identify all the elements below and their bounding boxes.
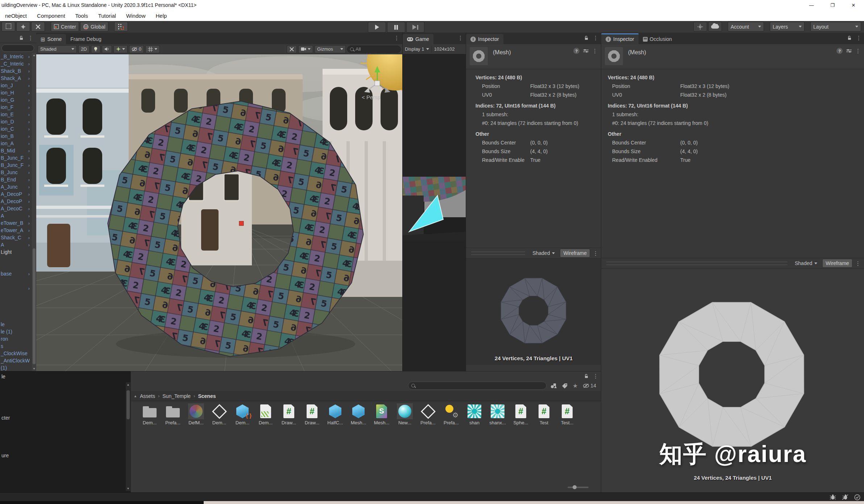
hierarchy-item[interactable]: _C_Interic › xyxy=(0,60,36,67)
preview-shading-dropdown[interactable]: Shaded xyxy=(793,259,819,267)
hierarchy-item[interactable]: B_Junc_F › xyxy=(0,161,36,169)
hierarchy-item[interactable]: _ClockWise xyxy=(0,350,36,357)
hierarchy-item[interactable] xyxy=(0,277,36,285)
status-check-icon[interactable] xyxy=(854,494,860,500)
kebab-menu-icon[interactable]: ⋮ xyxy=(593,35,598,41)
breadcrumb-assets[interactable]: Assets xyxy=(140,393,155,399)
scroll-down-icon[interactable]: ▼ xyxy=(32,367,36,370)
tab-inspector[interactable]: i Inspector xyxy=(601,34,639,44)
help-icon[interactable]: ? xyxy=(573,48,580,54)
hierarchy-item[interactable]: base › xyxy=(0,270,36,277)
hierarchy-item[interactable]: eTower_B › xyxy=(0,219,36,227)
expand-arrow-icon[interactable]: › xyxy=(28,90,30,96)
hierarchy-item[interactable] xyxy=(0,306,36,314)
step-button[interactable] xyxy=(406,22,424,33)
asset-item[interactable]: HalfC... xyxy=(324,402,347,425)
expand-arrow-icon[interactable]: › xyxy=(28,163,30,168)
expand-arrow-icon[interactable]: › xyxy=(28,148,30,154)
presets-icon[interactable] xyxy=(846,49,852,53)
hierarchy-item[interactable]: (1) xyxy=(0,364,36,371)
scroll-up-icon[interactable]: ▲ xyxy=(126,383,130,386)
hierarchy-item[interactable]: B_End › xyxy=(0,176,36,183)
hierarchy-item[interactable]: A_DecoP › xyxy=(0,198,36,205)
persp-label[interactable]: < Persp xyxy=(362,94,381,100)
wireframe-button[interactable]: Wireframe xyxy=(822,259,852,268)
hierarchy-item[interactable]: Shack_C › xyxy=(0,234,36,241)
layers-dropdown[interactable]: Layers xyxy=(770,22,805,32)
mesh-preview[interactable]: 知乎 @raiura 24 Vertices, 24 Triangles | U… xyxy=(601,269,864,492)
asset-item[interactable]: Test xyxy=(532,402,556,425)
hierarchy-item[interactable]: B_Mid › xyxy=(0,147,36,154)
hierarchy-item[interactable]: A › xyxy=(0,212,36,219)
expand-arrow-icon[interactable]: › xyxy=(28,213,30,219)
expand-arrow-icon[interactable]: › xyxy=(28,192,30,197)
expand-arrow-icon[interactable]: › xyxy=(28,68,30,74)
drag-handle[interactable] xyxy=(606,262,788,265)
kebab-menu-icon[interactable]: ⋮ xyxy=(394,35,399,41)
expand-arrow-icon[interactable]: › xyxy=(28,134,30,139)
expand-arrow-icon[interactable]: › xyxy=(28,61,30,67)
hierarchy-item[interactable]: ion_D › xyxy=(0,118,36,125)
tab-frame-debug[interactable]: Frame Debug xyxy=(66,34,106,44)
expand-arrow-icon[interactable]: › xyxy=(28,83,30,88)
hierarchy-item[interactable]: le (1) xyxy=(0,328,36,335)
expand-arrow-icon[interactable]: › xyxy=(28,206,30,211)
scroll-down-icon[interactable]: ▼ xyxy=(126,487,130,490)
tree-item[interactable]: cter xyxy=(1,415,10,421)
tab-inspector[interactable]: i Inspector xyxy=(466,34,503,44)
scene-viewport[interactable]: 2 3 4 7 5 6 xyxy=(36,54,402,371)
hierarchy-scrollbar[interactable]: ▲ ▼ xyxy=(32,53,36,371)
scrollbar-thumb[interactable] xyxy=(33,248,36,364)
hierarchy-item[interactable]: le xyxy=(0,321,36,328)
hierarchy-item[interactable]: ion_H › xyxy=(0,89,36,96)
expand-arrow-icon[interactable]: › xyxy=(28,126,30,132)
close-button[interactable]: ✕ xyxy=(843,0,864,10)
scene-camera-dropdown[interactable] xyxy=(298,45,313,53)
pivot-cube[interactable] xyxy=(239,221,244,226)
tab-game[interactable]: Game xyxy=(403,34,433,44)
kebab-menu-icon[interactable]: ⋮ xyxy=(593,251,598,256)
account-dropdown[interactable]: Account xyxy=(728,22,764,32)
drag-handle[interactable] xyxy=(471,252,525,255)
asset-item[interactable]: Draw... xyxy=(300,402,324,425)
tab-scene[interactable]: ⊞ Scene xyxy=(36,34,66,44)
kebab-menu-icon[interactable]: ⋮ xyxy=(856,35,861,41)
grid-snap-button[interactable] xyxy=(114,22,128,32)
wireframe-button[interactable]: Wireframe xyxy=(560,249,590,257)
expand-arrow-icon[interactable]: › xyxy=(28,220,30,226)
breadcrumb-scenes[interactable]: Scenes xyxy=(198,393,216,399)
minimize-button[interactable]: — xyxy=(801,0,822,10)
hierarchy-item[interactable]: ion_C › xyxy=(0,125,36,133)
gizmo-center-cube[interactable] xyxy=(375,81,380,86)
presets-icon[interactable] xyxy=(583,49,589,53)
custom-tool-button[interactable] xyxy=(31,22,45,32)
asset-item[interactable]: Draw... xyxy=(277,402,300,425)
debugger-bug-icon[interactable] xyxy=(830,494,836,500)
preferences-button[interactable] xyxy=(693,22,707,32)
cloud-button[interactable] xyxy=(708,22,722,32)
expand-arrow-icon[interactable]: › xyxy=(28,184,30,190)
scroll-up-icon[interactable]: ▲ xyxy=(32,54,36,57)
kebab-menu-icon[interactable]: ⋮ xyxy=(28,35,33,41)
maximize-button[interactable]: ❐ xyxy=(822,0,843,10)
hidden-count-button[interactable]: 14 xyxy=(583,383,596,388)
asset-item[interactable]: Dem... xyxy=(138,402,161,425)
display-dropdown[interactable]: Display 1 xyxy=(405,46,424,52)
hierarchy-item[interactable] xyxy=(0,314,36,321)
expand-arrow-icon[interactable]: › xyxy=(28,141,30,146)
hierarchy-item[interactable]: eTower_A › xyxy=(0,227,36,234)
effects-dropdown[interactable] xyxy=(113,45,128,53)
hierarchy-item[interactable]: ion_A › xyxy=(0,140,36,147)
expand-arrow-icon[interactable]: › xyxy=(28,235,30,240)
hierarchy-item[interactable]: _B_Interic › xyxy=(0,53,36,60)
vertical-scrollbar[interactable]: ▲ ▼ xyxy=(126,382,130,491)
menu-item[interactable]: Tools xyxy=(70,13,93,19)
mesh-preview[interactable]: 24 Vertices, 24 Triangles | UV1 xyxy=(466,259,601,365)
asset-item[interactable]: Prefa... xyxy=(440,402,463,425)
panel-tab-label[interactable]: le xyxy=(1,374,5,379)
expand-arrow-icon[interactable]: › xyxy=(28,112,30,117)
expand-arrow-icon[interactable]: › xyxy=(28,54,30,59)
help-icon[interactable]: ? xyxy=(836,48,843,54)
hierarchy-item[interactable]: B_Junc_F › xyxy=(0,154,36,161)
scene-search-input[interactable]: All xyxy=(347,46,401,53)
